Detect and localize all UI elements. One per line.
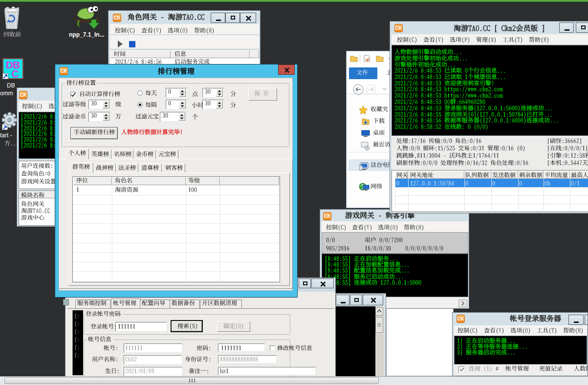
svg-text:C: C — [11, 68, 19, 79]
